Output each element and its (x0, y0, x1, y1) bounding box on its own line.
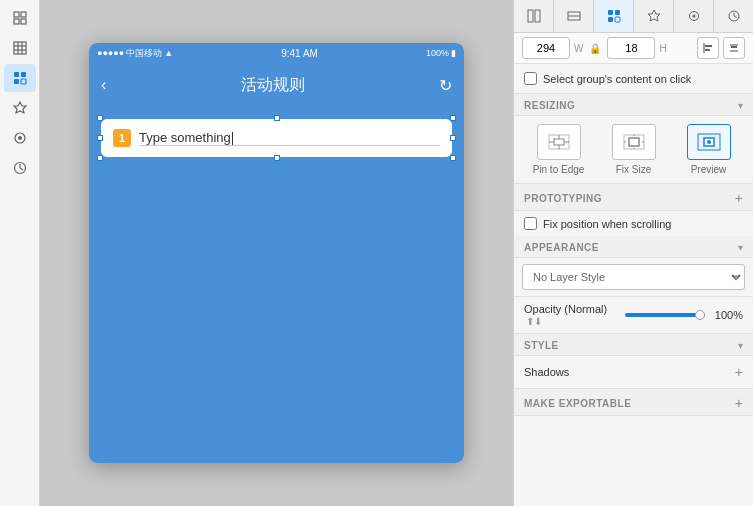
opacity-stepper[interactable]: ⬆⬇ (526, 316, 542, 327)
svg-marker-27 (648, 10, 660, 21)
status-time: 9:41 AM (281, 48, 318, 59)
svg-rect-0 (14, 12, 19, 17)
panel-distribute-icon[interactable] (554, 0, 594, 32)
opacity-slider[interactable] (625, 313, 705, 317)
appearance-toggle[interactable]: ▾ (738, 242, 743, 253)
nav-bar: ‹ 活动规则 ↻ (89, 63, 464, 107)
nav-back-button[interactable]: ‹ (101, 76, 106, 94)
panel-clock-icon[interactable] (714, 0, 753, 32)
pin-to-edge-label: Pin to Edge (533, 164, 585, 175)
handle-br (450, 155, 456, 161)
resizing-grid: Pin to Edge Fix Size (514, 116, 753, 184)
pin-to-edge-icon[interactable] (537, 124, 581, 160)
toolbar-insert[interactable] (4, 4, 36, 32)
signal-dots: ●●●●● (97, 48, 124, 58)
svg-rect-23 (608, 10, 613, 15)
svg-line-32 (734, 16, 737, 18)
y-input[interactable] (607, 37, 655, 59)
canvas-area[interactable]: ●●●●● 中国移动 ▲ 9:41 AM 100% ▮ ‹ 活动规则 ↻ (40, 0, 513, 506)
svg-rect-12 (21, 79, 26, 84)
opacity-label: Opacity (Normal) ⬆⬇ (524, 303, 619, 327)
exportable-section-header: MAKE EXPORTABLE + (514, 389, 753, 416)
nav-action-button[interactable]: ↻ (439, 76, 452, 95)
svg-rect-4 (14, 42, 26, 54)
layer-style-row: No Layer Style ▾ (514, 258, 753, 297)
appearance-section-header: APPEARANCE ▾ (514, 236, 753, 258)
handle-bc (274, 155, 280, 161)
appearance-title: APPEARANCE (524, 242, 599, 253)
svg-marker-13 (14, 102, 26, 113)
resizing-toggle[interactable]: ▾ (738, 100, 743, 111)
group-checkbox[interactable] (524, 72, 537, 85)
resizing-section-header: RESIZING ▾ (514, 94, 753, 116)
group-checkbox-label: Select group's content on click (543, 73, 691, 85)
prototyping-row: Fix position when scrolling (514, 211, 753, 236)
toolbar-components[interactable] (4, 64, 36, 92)
svg-line-18 (20, 168, 23, 170)
right-panel: W 🔒 H Select group's content on click (513, 0, 753, 506)
content-card[interactable]: 1 Type something (101, 119, 452, 157)
svg-rect-20 (535, 10, 540, 22)
handle-ml (97, 135, 103, 141)
toolbar-symbols[interactable] (4, 94, 36, 122)
group-checkbox-row: Select group's content on click (514, 64, 753, 94)
w-label: W (574, 43, 583, 54)
layer-style-wrapper: No Layer Style ▾ (522, 264, 745, 290)
handle-mr (450, 135, 456, 141)
prototyping-title: PROTOTYPING (524, 193, 602, 204)
toolbar-frame[interactable] (4, 34, 36, 62)
prototyping-add-btn[interactable]: + (735, 190, 743, 206)
preview-option: Preview (674, 124, 743, 175)
shadows-row: Shadows + (514, 356, 753, 389)
panel-align-icon[interactable] (514, 0, 554, 32)
svg-rect-26 (615, 17, 620, 22)
style-section-header: STYLE ▾ (514, 334, 753, 356)
panel-symbols-icon[interactable] (634, 0, 674, 32)
right-icon-bar (514, 0, 753, 33)
status-bar: ●●●●● 中国移动 ▲ 9:41 AM 100% ▮ (89, 43, 464, 63)
align-left-btn[interactable] (697, 37, 719, 59)
preview-label: Preview (691, 164, 727, 175)
svg-point-29 (692, 15, 695, 18)
opacity-slider-container[interactable] (625, 313, 705, 317)
nav-title: 活动规则 (241, 75, 305, 96)
svg-rect-47 (629, 138, 639, 146)
preview-icon[interactable] (687, 124, 731, 160)
wifi-icon: ▲ (164, 48, 173, 58)
prototyping-section-header: PROTOTYPING + (514, 184, 753, 211)
exportable-title: MAKE EXPORTABLE (524, 398, 631, 409)
opacity-value: 100% (711, 309, 743, 321)
shadows-label: Shadows (524, 366, 569, 378)
battery-percent: 100% (426, 48, 449, 58)
fix-size-option: Fix Size (599, 124, 668, 175)
svg-rect-35 (705, 49, 710, 51)
shadows-add-btn[interactable]: + (735, 364, 743, 380)
fix-size-icon[interactable] (612, 124, 656, 160)
h-label: H (659, 43, 666, 54)
layer-style-select[interactable]: No Layer Style (522, 264, 745, 290)
toolbar-color[interactable] (4, 124, 36, 152)
svg-rect-10 (21, 72, 26, 77)
panel-components-icon[interactable] (594, 0, 634, 32)
svg-rect-34 (705, 45, 712, 47)
x-input[interactable] (522, 37, 570, 59)
card-text[interactable]: Type something (139, 130, 440, 146)
toolbar-history[interactable] (4, 154, 36, 182)
iphone-content: 1 Type something (89, 107, 464, 463)
fix-position-checkbox[interactable] (524, 217, 537, 230)
status-right: 100% ▮ (426, 48, 456, 58)
style-title: STYLE (524, 340, 559, 351)
carrier-name: 中国移动 (126, 47, 162, 60)
style-toggle[interactable]: ▾ (738, 340, 743, 351)
panel-color-icon[interactable] (674, 0, 714, 32)
svg-rect-3 (21, 19, 26, 24)
iphone-frame: ●●●●● 中国移动 ▲ 9:41 AM 100% ▮ ‹ 活动规则 ↻ (89, 43, 464, 463)
svg-rect-25 (608, 17, 613, 22)
card-row: 1 Type something (113, 129, 440, 147)
exportable-add-btn[interactable]: + (735, 395, 743, 411)
svg-rect-38 (731, 46, 737, 48)
lock-icon: 🔒 (589, 43, 601, 54)
status-left: ●●●●● 中国移动 ▲ (97, 47, 173, 60)
align-right-btn[interactable] (723, 37, 745, 59)
svg-point-15 (18, 136, 22, 140)
